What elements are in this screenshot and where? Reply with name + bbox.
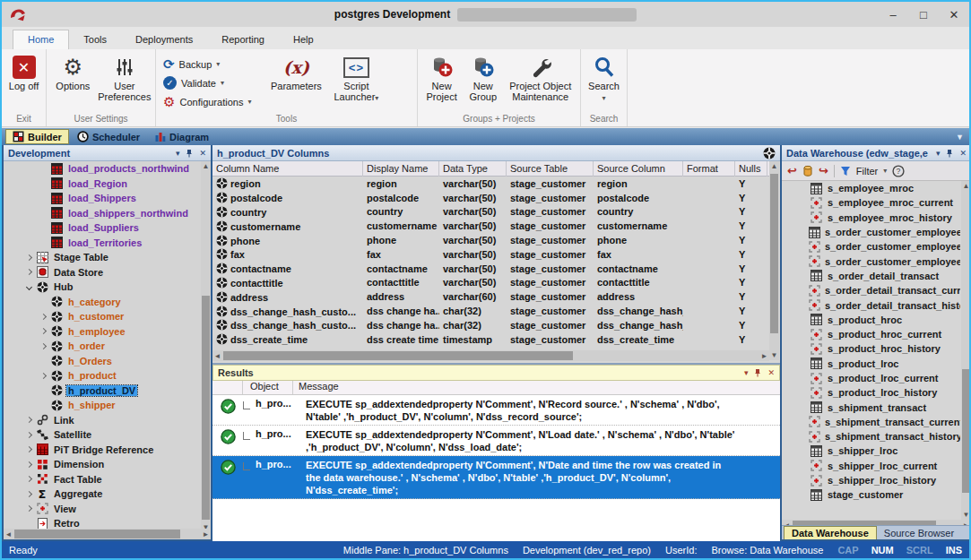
table-row[interactable]: addressaddressvarchar(60)stage_customera… — [212, 289, 769, 304]
tree-item-s-shipment-transact-history[interactable]: s_shipment_transact_history — [782, 429, 960, 444]
columns-grid-horizontal-scrollbar[interactable]: ◄► — [212, 350, 769, 361]
close-button[interactable]: ✕ — [939, 3, 969, 26]
options-button[interactable]: ⚙ Options — [50, 51, 96, 91]
tree-item-s-employee-mroc-current[interactable]: s_employee_mroc_current — [782, 195, 960, 210]
tree-item-data-store[interactable]: Data Store — [4, 265, 200, 280]
left-tree-horizontal-scrollbar[interactable]: ◄► — [4, 529, 211, 539]
tree-item-s-employee-mroc[interactable]: s_employee_mroc — [782, 181, 960, 195]
tree-item-s-shipment-transact-current[interactable]: s_shipment_transact_current — [782, 415, 960, 429]
tree-item-s-order-customer-employee-tran[interactable]: s_order_customer_employee_tran — [782, 239, 960, 254]
hub-icon[interactable] — [763, 147, 776, 159]
tab-source-browser[interactable]: Source Browser — [877, 526, 961, 539]
tree-expander-icon[interactable] — [23, 462, 35, 467]
panel-close-icon[interactable]: ✕ — [959, 149, 967, 158]
validate-button[interactable]: ✓ Validate▾ — [160, 73, 255, 92]
tree-item-s-shipper-lroc-current[interactable]: s_shipper_lroc_current — [782, 459, 960, 473]
tree-item-h-shipper[interactable]: h_shipper — [4, 398, 200, 413]
help-globe-icon[interactable]: ? — [892, 165, 905, 177]
tree-item-load-shippers-northwind[interactable]: load_shippers_northwind — [4, 206, 200, 221]
tree-item-h-order[interactable]: h_order — [4, 339, 200, 354]
tree-expander-icon[interactable] — [38, 314, 49, 319]
tree-expander-icon[interactable] — [23, 433, 35, 437]
tab-help[interactable]: Help — [279, 30, 328, 49]
tree-expander-icon[interactable] — [23, 418, 35, 422]
user-preferences-button[interactable]: User Preferences — [98, 51, 152, 102]
table-row[interactable]: regionregionvarchar(50)stage_customerreg… — [212, 177, 769, 191]
columns-grid-vertical-scrollbar[interactable]: ▲ ▼ — [769, 161, 779, 360]
filter-chevron-icon[interactable]: ▾ — [883, 167, 887, 175]
search-button[interactable]: Search▾ — [585, 51, 623, 104]
tab-diagram[interactable]: Diagram — [148, 130, 215, 143]
tree-item-load-suppliers[interactable]: load_Suppliers — [4, 220, 200, 236]
configurations-button[interactable]: ⚙ Configurations▾ — [160, 92, 255, 111]
browser-tree-vertical-scrollbar[interactable]: ▲ ▼ — [961, 181, 971, 520]
tree-item-h-customer[interactable]: h_customer — [4, 309, 200, 324]
tree-item-s-shipper-lroc[interactable]: s_shipper_lroc — [782, 444, 960, 458]
pin-icon[interactable] — [946, 149, 953, 158]
pin-icon[interactable] — [754, 368, 761, 377]
table-row[interactable]: postalcodepostalcodevarchar(50)stage_cus… — [212, 191, 769, 205]
table-row[interactable]: dss_create_timedss create timetimestamps… — [212, 332, 769, 347]
results-grid-header[interactable]: Object Message — [212, 381, 780, 395]
tree-expander-icon[interactable] — [23, 270, 35, 274]
tree-item-s-product-hroc[interactable]: s_product_hroc — [782, 313, 960, 327]
tree-item-s-product-lroc-current[interactable]: s_product_lroc_current — [782, 371, 960, 385]
grid-column-header-format[interactable]: Format — [683, 161, 735, 177]
tree-item-h-product-dv[interactable]: h_product_DV — [4, 383, 200, 399]
table-row[interactable]: contactnamecontactnamevarchar(50)stage_c… — [212, 262, 769, 276]
tree-item-fact-table[interactable]: Fact Table — [4, 472, 200, 487]
tree-item-s-product-lroc[interactable]: s_product_lroc — [782, 357, 960, 371]
tree-expander-icon[interactable] — [23, 447, 35, 452]
panel-menu-icon[interactable]: ▾ — [176, 149, 180, 158]
grid-column-header-nulls[interactable]: Nulls — [735, 161, 767, 177]
tree-item-aggregate[interactable]: ΣAggregate — [4, 487, 200, 502]
tree-item-stage-customer[interactable]: stage_customer — [782, 487, 960, 502]
columns-grid-header[interactable]: Column NameDisplay NameData TypeSource T… — [212, 161, 769, 177]
tree-expander-icon[interactable] — [38, 374, 49, 378]
tree-item-load-territories[interactable]: load_Territories — [4, 236, 200, 251]
refresh-back-icon[interactable]: ↩ — [787, 164, 797, 177]
tree-item-s-order-detail-transact-history[interactable]: s_order_detail_transact_history — [782, 297, 960, 312]
database-icon[interactable] — [802, 165, 813, 177]
parameters-button[interactable]: (x) Parameters — [265, 51, 326, 91]
tree-item-s-order-customer-employee-tran[interactable]: s_order_customer_employee_tran — [782, 225, 960, 239]
refresh-forward-icon[interactable]: ↪ — [819, 164, 828, 177]
tree-expander-icon[interactable] — [23, 285, 35, 289]
panel-close-icon[interactable]: ✕ — [767, 368, 775, 377]
result-row[interactable]: h_pro...EXECUTE sp_addextendedproperty N… — [212, 426, 780, 456]
table-row[interactable]: dss_change_hash_custo...dss change ha...… — [212, 318, 769, 332]
tree-item-s-order-detail-transact[interactable]: s_order_detail_transact — [782, 269, 960, 283]
tree-item-h-category[interactable]: h_category — [4, 295, 200, 310]
result-row[interactable]: h_pro...EXECUTE sp_addextendedproperty N… — [212, 395, 780, 426]
tree-item-stage-table[interactable]: Stage Table — [4, 250, 200, 265]
left-tree-vertical-scrollbar[interactable]: ▲ ▼ — [201, 161, 211, 532]
tree-expander-icon[interactable] — [23, 506, 35, 511]
title-bar[interactable]: postgres Development – □ ✕ — [2, 2, 969, 27]
table-row[interactable]: contacttitlecontacttitlevarchar(50)stage… — [212, 276, 769, 290]
tab-reporting[interactable]: Reporting — [207, 30, 279, 49]
filter-icon[interactable] — [840, 166, 851, 177]
log-off-button[interactable]: ✕ Log off — [5, 51, 42, 91]
tree-item-s-employee-mroc-history[interactable]: s_employee_mroc_history — [782, 211, 960, 225]
new-project-button[interactable]: New Project — [421, 51, 462, 102]
tree-item-view[interactable]: View — [4, 502, 200, 517]
tree-item-s-product-hroc-current[interactable]: s_product_hroc_current — [782, 327, 960, 341]
maximize-button[interactable]: □ — [908, 3, 939, 26]
tree-item-satellite[interactable]: Satellite — [4, 427, 200, 443]
tree-expander-icon[interactable] — [23, 492, 35, 496]
table-row[interactable]: countrycountryvarchar(50)stage_customerc… — [212, 205, 769, 220]
tree-item-link[interactable]: Link — [4, 413, 200, 428]
filter-label[interactable]: Filter — [856, 166, 878, 177]
tree-item-s-shipper-lroc-history[interactable]: s_shipper_lroc_history — [782, 473, 960, 487]
table-row[interactable]: customernamecustomernamevarchar(50)stage… — [212, 219, 769, 233]
tree-item-s-product-hroc-history[interactable]: s_product_hroc_history — [782, 341, 960, 356]
tree-item-load-products-northwind[interactable]: load_products_northwind — [4, 161, 200, 177]
pin-icon[interactable] — [186, 149, 193, 158]
grid-column-header-display-name[interactable]: Display Name — [363, 161, 439, 177]
table-row[interactable]: dss_change_hash_custo...dss change ha...… — [212, 304, 769, 318]
table-row[interactable]: phonephonevarchar(50)stage_customerphone… — [212, 233, 769, 247]
grid-column-header-source-column[interactable]: Source Column — [594, 161, 683, 177]
panel-close-icon[interactable]: ✕ — [199, 149, 206, 158]
tab-scheduler[interactable]: Scheduler — [71, 130, 146, 143]
tree-item-h-employee[interactable]: h_employee — [4, 324, 200, 340]
